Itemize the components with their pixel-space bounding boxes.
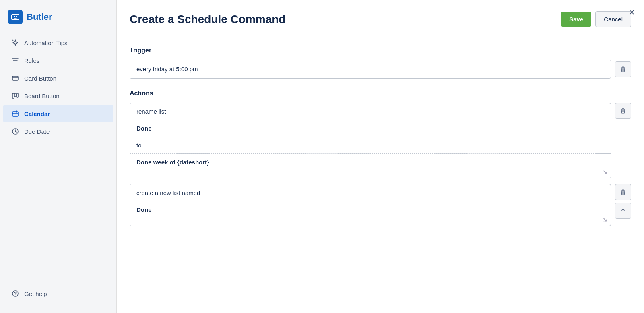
save-button[interactable]: Save xyxy=(561,12,591,27)
svg-rect-13 xyxy=(17,93,18,97)
svg-rect-27 xyxy=(623,110,623,112)
rules-icon xyxy=(11,56,19,64)
svg-rect-1 xyxy=(14,16,15,17)
sidebar-item-label-due-date: Due Date xyxy=(24,128,50,135)
sidebar-item-board-button[interactable]: Board Button xyxy=(3,87,113,105)
action-1-buttons xyxy=(615,103,631,119)
sidebar-item-label-automation-tips: Automation Tips xyxy=(24,39,68,46)
action-line-to: to xyxy=(130,137,611,154)
svg-rect-29 xyxy=(622,191,623,194)
sidebar-item-label-board-button: Board Button xyxy=(24,93,60,99)
actions-section: Actions rename list Done to Done week of… xyxy=(130,90,631,226)
action-line-dateshort[interactable]: Done week of {dateshort} ⇲ xyxy=(130,154,611,178)
svg-rect-12 xyxy=(14,93,16,97)
header-actions: Save Cancel xyxy=(561,11,631,27)
trash-icon-1 xyxy=(620,108,626,114)
sidebar-item-due-date[interactable]: Due Date xyxy=(3,122,113,140)
sidebar: Butler Automation Tips R xyxy=(0,0,117,313)
svg-rect-30 xyxy=(623,191,623,194)
help-icon: ? xyxy=(11,290,19,298)
cancel-button[interactable]: Cancel xyxy=(595,11,631,27)
trigger-section: Trigger every friday at 5:00 pm xyxy=(130,47,631,79)
sidebar-header: Butler xyxy=(0,6,116,34)
sidebar-item-label-rules: Rules xyxy=(24,57,39,64)
sidebar-item-rules[interactable]: Rules xyxy=(3,52,113,69)
action-card-2: create a new list named Done ⇲ xyxy=(130,184,611,226)
get-help-label: Get help xyxy=(24,290,47,297)
action-line-create-list: create a new list named xyxy=(130,184,611,201)
action-card-1: rename list Done to Done week of {datesh… xyxy=(130,103,611,178)
trash-icon-2 xyxy=(620,189,626,195)
close-button[interactable]: × xyxy=(629,8,634,17)
action-2-buttons xyxy=(615,184,631,219)
svg-rect-14 xyxy=(12,112,18,116)
sidebar-nav: Automation Tips Rules Card Button xyxy=(0,34,116,281)
action-2-up-button[interactable] xyxy=(615,203,631,219)
action-1-delete-button[interactable] xyxy=(615,103,631,119)
trash-icon xyxy=(620,66,626,73)
svg-rect-25 xyxy=(624,68,625,71)
svg-text:?: ? xyxy=(14,292,17,296)
svg-line-20 xyxy=(15,131,17,132)
main-content: Trigger every friday at 5:00 pm Actions xyxy=(117,35,644,313)
get-help-item[interactable]: ? Get help xyxy=(11,286,105,302)
calendar-icon xyxy=(11,110,19,118)
main-header: Create a Schedule Command Save Cancel xyxy=(117,0,644,35)
sidebar-item-automation-tips[interactable]: Automation Tips xyxy=(3,34,113,52)
svg-rect-28 xyxy=(624,110,625,112)
action-line-done-2[interactable]: Done ⇲ xyxy=(130,201,611,226)
sparkle-icon xyxy=(11,39,19,47)
butler-logo xyxy=(8,10,23,24)
board-icon xyxy=(11,92,19,100)
action-row-2: create a new list named Done ⇲ xyxy=(130,184,631,226)
trigger-delete-button[interactable] xyxy=(615,61,631,77)
action-2-delete-button[interactable] xyxy=(615,184,631,200)
sidebar-item-calendar[interactable]: Calendar xyxy=(3,105,113,122)
svg-rect-2 xyxy=(16,16,17,17)
sidebar-item-card-button[interactable]: Card Button xyxy=(3,69,113,87)
sidebar-footer: ? Get help xyxy=(3,281,113,307)
svg-rect-11 xyxy=(12,93,14,98)
svg-rect-31 xyxy=(624,191,625,194)
page-title: Create a Schedule Command xyxy=(130,13,285,26)
card-icon xyxy=(11,74,19,82)
action-line-done-1[interactable]: Done xyxy=(130,120,611,137)
trigger-value[interactable]: every friday at 5:00 pm xyxy=(130,60,611,79)
action-line-rename-list: rename list xyxy=(130,103,611,120)
svg-rect-9 xyxy=(12,76,18,80)
trigger-row: every friday at 5:00 pm xyxy=(130,60,631,79)
actions-section-label: Actions xyxy=(130,90,631,97)
clock-icon xyxy=(11,127,19,135)
trigger-section-label: Trigger xyxy=(130,47,631,54)
svg-rect-24 xyxy=(623,68,623,71)
sidebar-item-label-calendar: Calendar xyxy=(24,110,50,117)
sidebar-brand: Butler xyxy=(27,12,52,22)
main-panel: × Create a Schedule Command Save Cancel … xyxy=(117,0,644,313)
svg-rect-0 xyxy=(12,14,19,20)
action-row-1: rename list Done to Done week of {datesh… xyxy=(130,103,631,178)
svg-rect-26 xyxy=(622,110,623,112)
sidebar-item-label-card-button: Card Button xyxy=(24,75,56,82)
up-arrow-icon xyxy=(620,207,626,214)
svg-rect-23 xyxy=(622,68,623,71)
